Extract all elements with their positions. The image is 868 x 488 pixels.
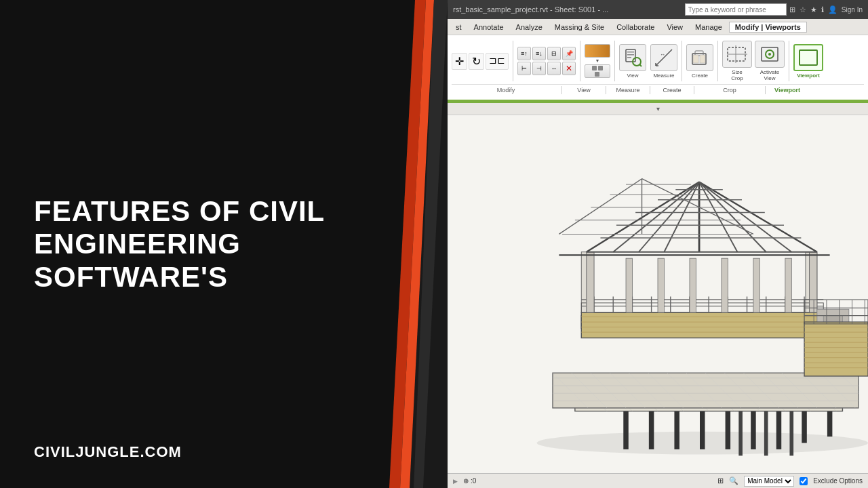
create-btn[interactable]: Create (686, 44, 713, 79)
align-tools: ≡↑ ≡↓ ⊟ 📌 ⊢ ⊣ ↔ ✕ (517, 47, 576, 75)
offset-btn[interactable]: ↔ (547, 62, 561, 75)
left-panel: FEATURES OF CIVIL ENGINEERING SOFTWARE'S… (0, 0, 448, 488)
coordinates: ⊕ :0 (463, 477, 476, 485)
modify-tools: ✛ ↻ ⊐⊏ (452, 53, 509, 70)
zoom-icon[interactable]: 🔍 (729, 476, 738, 485)
menu-item-massing[interactable]: Massing & Site (549, 22, 610, 33)
fit-icon[interactable]: ⊞ (717, 476, 724, 485)
brand-url: CIVILJUNGLE.COM (34, 443, 182, 461)
star2-icon[interactable]: ★ (810, 5, 817, 14)
distribute-btn[interactable]: ⊟ (547, 47, 561, 60)
paint-btn[interactable]: ▼ (585, 44, 610, 63)
menu-item-view[interactable]: View (661, 22, 688, 33)
svg-marker-1 (389, 0, 426, 488)
sep4 (682, 41, 682, 81)
right-panel: rst_basic_sample_project.rvt - Sheet: S0… (448, 0, 868, 488)
align-left-btn[interactable]: ≡↑ (517, 47, 531, 60)
user-icon: 👤 (828, 5, 837, 14)
measure-btn[interactable]: ↔ Measure (650, 44, 677, 79)
properties-btn[interactable]: View (619, 44, 646, 79)
viewport-3d[interactable] (448, 115, 868, 478)
svg-rect-90 (626, 258, 632, 312)
coord-icon: ⊕ (463, 477, 469, 485)
title-bar-text: rst_basic_sample_project.rvt - Sheet: S0… (453, 5, 682, 14)
svg-rect-94 (753, 258, 760, 312)
trim-btn[interactable]: ⊢ (517, 62, 531, 75)
delete-btn[interactable]: ✕ (562, 62, 576, 75)
diagonal-overlay (380, 0, 448, 488)
ribbon-top-row: ✛ ↻ ⊐⊏ ≡ (452, 41, 864, 81)
menu-item-annotate[interactable]: Annotate (469, 22, 509, 33)
svg-rect-7 (626, 49, 635, 62)
svg-marker-3 (414, 0, 448, 488)
create-tools: Create (686, 44, 713, 79)
pattern-btn[interactable] (585, 64, 610, 78)
model-selector[interactable]: Main Model (744, 476, 794, 487)
status-arrow-icon: ▶ (453, 478, 458, 485)
viewport-label: Viewport (767, 87, 808, 94)
sep3 (614, 41, 615, 81)
align-center-btn[interactable]: ≡↓ (532, 47, 546, 60)
svg-rect-122 (553, 373, 859, 408)
exclude-options-checkbox[interactable] (800, 477, 808, 485)
coord-value: :0 (471, 477, 476, 485)
sep-lbl4 (694, 86, 694, 94)
title-bar-icons: ⊞ ☆ ★ ℹ 👤 Sign In (789, 5, 863, 14)
measure-label: Measure (608, 87, 648, 94)
svg-rect-93 (722, 258, 728, 312)
svg-rect-92 (690, 258, 696, 312)
viewport-btn[interactable]: Viewport (793, 44, 823, 79)
size-crop-btn[interactable]: SizeCrop (722, 41, 752, 81)
menu-item-st[interactable]: st (450, 22, 467, 33)
collapse-bar[interactable]: ▾ (448, 103, 868, 115)
crop-label: Crop (696, 87, 764, 94)
svg-text:↔: ↔ (660, 52, 665, 58)
svg-rect-6 (595, 72, 599, 77)
menu-item-collaborate[interactable]: Collaborate (611, 22, 660, 33)
svg-rect-66 (581, 312, 823, 338)
sep-lbl3 (650, 86, 650, 94)
sep1 (513, 41, 513, 81)
main-title: FEATURES OF CIVIL ENGINEERING SOFTWARE'S (34, 195, 387, 293)
info-icon[interactable]: ℹ (821, 5, 824, 14)
section-labels: Modify View Measure Create Crop Viewport (452, 84, 864, 94)
move-icon: ✛ (455, 55, 464, 68)
svg-rect-5 (598, 66, 603, 70)
large-tools: View ↔ M (619, 44, 677, 79)
svg-line-12 (639, 64, 642, 66)
svg-rect-88 (587, 252, 594, 312)
pin-btn[interactable]: 📌 (562, 47, 576, 60)
modify-label: Modify (452, 87, 560, 94)
title-bar: rst_basic_sample_project.rvt - Sheet: S0… (448, 0, 868, 19)
search-input[interactable] (685, 3, 787, 16)
rotate-btn[interactable]: ↻ (469, 53, 484, 70)
svg-rect-20 (700, 55, 705, 63)
activate-view-btn[interactable]: ActivateView (755, 41, 785, 81)
star-icon[interactable]: ☆ (800, 5, 806, 14)
svg-rect-27 (800, 50, 817, 65)
menu-item-manage[interactable]: Manage (690, 22, 728, 33)
grid-icon[interactable]: ⊞ (789, 5, 795, 14)
menu-item-analyze[interactable]: Analyze (511, 22, 548, 33)
svg-rect-9 (627, 54, 634, 56)
svg-marker-0 (393, 0, 448, 488)
align-row2: ⊢ ⊣ ↔ ✕ (517, 62, 576, 75)
menu-item-modify[interactable]: Modify | Viewports (729, 22, 807, 33)
left-content: FEATURES OF CIVIL ENGINEERING SOFTWARE'S (34, 195, 387, 293)
svg-rect-91 (658, 258, 664, 312)
paint-row2 (585, 64, 610, 78)
crop-tools: SizeCrop ActivateView (722, 41, 785, 81)
split-btn[interactable]: ⊣ (532, 62, 546, 75)
collapse-icon: ▾ (656, 105, 660, 113)
viewport-tools: Viewport (793, 44, 823, 79)
svg-rect-8 (627, 52, 634, 53)
main-container: FEATURES OF CIVIL ENGINEERING SOFTWARE'S… (0, 0, 868, 488)
mirror-icon: ⊐⊏ (489, 55, 505, 66)
rotate-icon: ↻ (472, 55, 481, 68)
svg-marker-2 (400, 0, 434, 488)
move-btn[interactable]: ✛ (452, 53, 467, 70)
sign-in-text[interactable]: Sign In (842, 6, 863, 14)
sep5 (717, 41, 718, 81)
mirror-btn[interactable]: ⊐⊏ (486, 53, 509, 70)
align-row1: ≡↑ ≡↓ ⊟ 📌 (517, 47, 576, 60)
